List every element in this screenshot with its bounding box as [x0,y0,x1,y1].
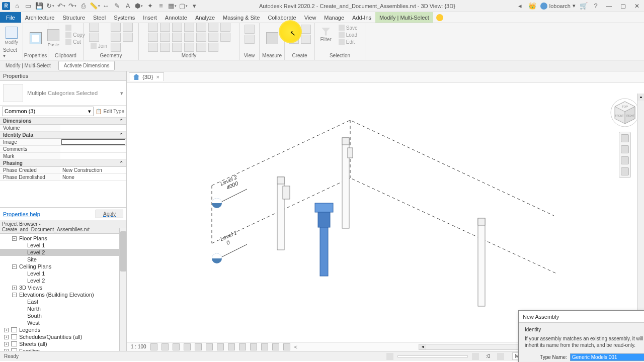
vc-crop-show-icon[interactable] [217,343,224,350]
tree-el-west[interactable]: West [0,319,126,326]
open-icon[interactable]: ▭ [24,2,32,10]
vc-sun-icon[interactable] [173,343,180,350]
filter-button[interactable]: Filter [320,28,331,42]
geom-btn-2[interactable] [89,33,99,42]
menu-collaborate[interactable]: Collaborate [264,12,300,23]
mod-btn-1[interactable] [148,23,158,32]
geom-btn-3[interactable] [111,23,121,32]
mod-btn-9[interactable] [172,43,182,52]
close-window-button[interactable]: ✕ [632,2,642,10]
3d-canvas[interactable]: Level 2 4000 Level 1 0 [127,82,644,342]
keyword-search-icon[interactable]: 👑 [528,2,536,10]
tree-fp-level1[interactable]: Level 1 [0,242,126,249]
undo-icon[interactable]: ↶ [57,2,65,10]
edit-type-button[interactable]: 📋Edit Type [96,109,124,114]
measure-qat-icon[interactable]: 📏 [91,2,99,10]
tree-cp-level2[interactable]: Level 2 [0,277,126,284]
mod-btn-19[interactable] [220,23,230,32]
vc-analytical-icon[interactable] [261,343,268,350]
view-scale[interactable]: 1 : 100 [131,344,146,349]
vc-constraints-icon[interactable] [272,343,279,350]
mod-btn-12[interactable] [184,43,194,52]
sync-icon[interactable]: ↻ [46,2,54,10]
tree-schedules[interactable]: +Schedules/Quantities (all) [0,333,126,340]
mod-btn-14[interactable] [196,33,206,42]
tree-el-north[interactable]: North [0,305,126,312]
tag-icon[interactable]: ✎ [113,2,121,10]
mod-btn-13[interactable] [196,23,206,32]
status-input[interactable] [397,355,468,357]
minimize-button[interactable]: — [604,2,614,10]
menu-steel[interactable]: Steel [89,12,110,23]
mod-btn-2[interactable] [148,33,158,42]
menu-modify-context[interactable]: Modify | Multi-Select [375,12,433,23]
status-icon-3[interactable] [497,353,504,360]
print-icon[interactable]: ⎙ [79,2,88,10]
tree-el-south[interactable]: South [0,312,126,319]
close-hidden-icon[interactable]: ▦ [168,2,176,10]
prop-comments-value[interactable] [60,146,126,152]
tree-3d-views[interactable]: +3D Views [0,284,126,291]
mod-btn-20[interactable] [220,33,230,42]
mod-btn-8[interactable] [172,33,182,42]
create-btn-2[interactable] [289,35,299,44]
properties-help-link[interactable]: Properties help [3,211,40,217]
menu-insert[interactable]: Insert [139,12,161,23]
create-btn-1[interactable] [289,25,299,34]
text-icon[interactable]: A [124,2,132,10]
save-icon[interactable]: 💾 [35,2,43,10]
create-btn-3[interactable] [301,25,311,34]
vc-shadow-icon[interactable] [184,343,191,350]
tree-fp-level2[interactable]: Level 2 [0,249,126,256]
doc-tab-close[interactable]: × [156,74,159,80]
browser-scrollbar[interactable] [119,228,126,351]
mod-btn-6[interactable] [160,43,170,52]
mod-btn-5[interactable] [160,33,170,42]
prop-section-phasing[interactable]: Phasing⌃ [0,160,126,167]
default3d-icon[interactable]: ⬢ [135,2,143,10]
measure-button[interactable] [263,24,281,52]
geom-btn-7[interactable] [123,33,133,42]
menu-analyze[interactable]: Analyze [191,12,219,23]
view-cube[interactable]: TOP FRONT RIGHT [610,98,640,128]
geom-btn-1[interactable] [89,23,99,32]
canvas-vscrollbar[interactable]: ▴ [637,94,644,333]
menu-annotate[interactable]: Annotate [161,12,191,23]
prop-mark-value[interactable] [60,153,126,159]
qat-dropdown-icon[interactable]: ▾ [190,2,198,10]
mod-btn-15[interactable] [196,43,206,52]
status-icon-2[interactable] [472,353,479,360]
nav-orbit-icon[interactable] [621,167,629,175]
menu-architecture[interactable]: Architecture [21,12,59,23]
cart-icon[interactable]: 🛒 [580,2,588,10]
tree-sheets[interactable]: +Sheets (all) [0,340,126,347]
maximize-button[interactable]: ▢ [618,2,628,10]
nav-pan-icon[interactable] [621,145,629,153]
tree-ceiling-plans[interactable]: −Ceiling Plans [0,263,126,270]
activate-dimensions-button[interactable]: Activate Dimensions [58,61,115,70]
menu-addins[interactable]: Add-Ins [348,12,375,23]
tree-legends[interactable]: +Legends [0,326,126,333]
vc-hide-icon[interactable] [239,343,246,350]
prop-section-dimensions[interactable]: Dimensions⌃ [0,118,126,125]
tree-fp-site[interactable]: Site [0,256,126,263]
tree-el-east[interactable]: East [0,298,126,305]
menu-systems[interactable]: Systems [110,12,139,23]
create-btn-4[interactable] [301,35,311,44]
tree-elevations[interactable]: −Elevations (Building Elevation) [0,291,126,298]
view-btn-2[interactable] [245,35,255,44]
ribbon-toggle-icon[interactable] [436,14,443,21]
apply-button[interactable]: Apply [96,210,123,218]
thin-lines-icon[interactable]: ≡ [157,2,165,10]
menu-massing[interactable]: Massing & Site [219,12,264,23]
mod-btn-16[interactable] [208,23,218,32]
properties-button[interactable] [27,24,45,52]
mod-btn-17[interactable] [208,33,218,42]
doc-tab-3d[interactable]: {3D} × [129,72,164,81]
menu-view[interactable]: View [300,12,320,23]
tree-families[interactable]: +Families [0,347,126,351]
help-icon[interactable]: ? [592,2,600,10]
view-btn-1[interactable] [245,25,255,34]
prop-image-value[interactable] [61,139,125,145]
menu-file[interactable]: File [0,12,21,23]
